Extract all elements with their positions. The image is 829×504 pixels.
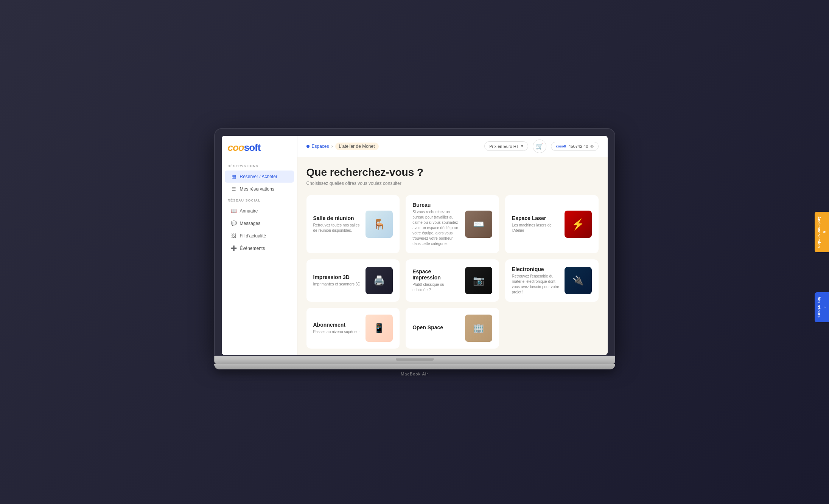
- laptop-notch: [396, 358, 434, 361]
- fil-actualite-icon: 🖼: [231, 233, 237, 239]
- card-electronique-content: Electronique Retrouvez l'ensemble du mat…: [512, 266, 565, 295]
- card-espace-impression[interactable]: Espace Impression Plutôt classique ou su…: [406, 259, 499, 302]
- balance-badge: cosoft 450742,40 ©: [551, 142, 598, 151]
- ancient-chevron-icon: ∧: [823, 231, 827, 233]
- card-electronique[interactable]: Electronique Retrouvez l'ensemble du mat…: [505, 259, 599, 302]
- card-impression-3d[interactable]: Impression 3D Imprimantes et scanners 3D: [306, 259, 400, 302]
- card-abonnement-image: [366, 315, 393, 342]
- price-label: Prix en Euro HT: [489, 144, 519, 149]
- card-salle-reunion-content: Salle de réunion Retrouvez toutes nos sa…: [313, 215, 366, 233]
- card-open-space[interactable]: Open Space: [406, 308, 499, 349]
- breadcrumb-atelier[interactable]: L'atelier de Monet: [335, 143, 379, 150]
- breadcrumb-separator: ›: [331, 144, 333, 149]
- sidebar-item-evenements-label: Événements: [240, 246, 265, 251]
- page-title: Que recherchez-vous ?: [306, 166, 599, 178]
- reserver-icon: ▦: [231, 174, 237, 180]
- card-bureau-title: Bureau: [412, 202, 460, 208]
- card-open-space-image: [465, 315, 492, 342]
- logo: coosoft: [228, 142, 291, 154]
- laptop-bottom: [214, 364, 615, 369]
- sidebar-item-annuaire-label: Annuaire: [240, 208, 258, 214]
- card-impression-3d-desc: Imprimantes et scanners 3D: [313, 282, 361, 287]
- header-right: Prix en Euro HT ▾ 🛒 cosoft 450742,40 ©: [484, 140, 598, 153]
- logo-co: co: [228, 142, 238, 153]
- card-espace-laser-image: [565, 211, 592, 238]
- sidebar-item-reserver-label: Réserver / Acheter: [240, 174, 277, 179]
- balance-brand: cosoft: [556, 144, 566, 148]
- card-bureau-image: [465, 211, 492, 238]
- sidebar-item-annuaire[interactable]: 📖 Annuaire: [225, 205, 294, 217]
- card-abonnement[interactable]: Abonnement Passez au niveau supérieur: [306, 308, 400, 349]
- sidebar-item-evenements[interactable]: ➕ Événements: [225, 242, 294, 254]
- sidebar-item-mes-reservations[interactable]: ☰ Mes réservations: [225, 183, 294, 195]
- card-espace-impression-desc: Plutôt classique ou sublimée ?: [412, 282, 460, 293]
- laptop-screen-inner: coosoft RÉSERVATIONS ▦ Réserver / Achete…: [222, 136, 608, 355]
- logo-circle: o: [238, 142, 244, 153]
- card-abonnement-desc: Passez au niveau supérieur: [313, 329, 361, 335]
- laptop-base: [214, 356, 615, 364]
- macbook-label: MacBook Air: [214, 372, 615, 376]
- card-electronique-title: Electronique: [512, 266, 560, 272]
- balance-icon: ©: [590, 144, 593, 149]
- breadcrumb-espaces[interactable]: Espaces: [312, 144, 329, 149]
- main-body: Que recherchez-vous ? Choisissez quelles…: [297, 157, 608, 355]
- card-salle-reunion[interactable]: Salle de réunion Retrouvez toutes nos sa…: [306, 195, 400, 253]
- cart-button[interactable]: 🛒: [533, 140, 546, 153]
- laptop-screen-outer: coosoft RÉSERVATIONS ▦ Réserver / Achete…: [214, 128, 615, 356]
- sidebar-item-reserver[interactable]: ▦ Réserver / Acheter: [225, 171, 294, 183]
- side-tab-ancient[interactable]: ∧ Ancienne version: [815, 212, 829, 252]
- card-salle-reunion-title: Salle de réunion: [313, 215, 361, 221]
- card-electronique-desc: Retrouvez l'ensemble du matériel électro…: [512, 274, 560, 295]
- breadcrumb: Espaces › L'atelier de Monet: [306, 143, 379, 150]
- card-espace-impression-title: Espace Impression: [412, 268, 460, 281]
- logo-soft: soft: [244, 142, 261, 153]
- logo-area: coosoft: [222, 142, 297, 161]
- card-abonnement-content: Abonnement Passez au niveau supérieur: [313, 322, 366, 335]
- app-container: coosoft RÉSERVATIONS ▦ Réserver / Achete…: [222, 136, 608, 355]
- sidebar-item-messages[interactable]: 💬 Messages: [225, 217, 294, 230]
- retours-label: Vos retours: [817, 297, 821, 318]
- card-bureau-desc: Si vous recherchez un bureau pour travai…: [412, 209, 460, 247]
- sidebar-item-fil-actualite[interactable]: 🖼 Fil d'actualité: [225, 230, 294, 242]
- evenements-icon: ➕: [231, 245, 237, 251]
- sidebar-item-mes-reservations-label: Mes réservations: [240, 186, 274, 192]
- card-espace-laser-title: Espace Laser: [512, 215, 560, 221]
- card-impression-3d-title: Impression 3D: [313, 274, 361, 280]
- card-salle-reunion-desc: Retrouvez toutes nos salles de réunion d…: [313, 223, 361, 233]
- cards-grid: Salle de réunion Retrouvez toutes nos sa…: [306, 195, 599, 349]
- card-impression-3d-image: [366, 267, 393, 294]
- messages-icon: 💬: [231, 220, 237, 226]
- mes-reservations-icon: ☰: [231, 186, 237, 192]
- cart-icon: 🛒: [536, 143, 543, 150]
- sidebar-item-fil-actualite-label: Fil d'actualité: [240, 233, 266, 239]
- main-content: Espaces › L'atelier de Monet Prix en Eur…: [297, 136, 608, 355]
- ancient-label: Ancienne version: [817, 216, 821, 248]
- card-abonnement-title: Abonnement: [313, 322, 361, 328]
- header: Espaces › L'atelier de Monet Prix en Eur…: [297, 136, 608, 157]
- card-bureau-content: Bureau Si vous recherchez un bureau pour…: [412, 202, 465, 247]
- balance-value: 450742,40: [568, 144, 588, 149]
- card-salle-reunion-image: [366, 211, 393, 238]
- price-chevron-icon: ▾: [521, 144, 523, 149]
- card-espace-impression-image: [465, 267, 492, 294]
- retours-chevron-icon: ‹: [823, 307, 827, 308]
- card-impression-3d-content: Impression 3D Imprimantes et scanners 3D: [313, 274, 366, 287]
- card-open-space-title: Open Space: [412, 324, 460, 330]
- card-bureau[interactable]: Bureau Si vous recherchez un bureau pour…: [406, 195, 499, 253]
- card-espace-impression-content: Espace Impression Plutôt classique ou su…: [412, 268, 465, 293]
- card-espace-laser[interactable]: Espace Laser Les machines lasers de l'At…: [505, 195, 599, 253]
- annuaire-icon: 📖: [231, 208, 237, 214]
- card-electronique-image: [565, 267, 592, 294]
- page-subtitle: Choisissez quelles offres vous voulez co…: [306, 181, 599, 186]
- reservations-section-label: RÉSERVATIONS: [222, 161, 297, 170]
- card-espace-laser-desc: Les machines lasers de l'Atelier: [512, 223, 560, 233]
- sidebar: coosoft RÉSERVATIONS ▦ Réserver / Achete…: [222, 136, 297, 355]
- side-tab-retours[interactable]: ‹ Vos retours: [815, 292, 829, 322]
- card-open-space-content: Open Space: [412, 324, 465, 332]
- price-selector[interactable]: Prix en Euro HT ▾: [484, 141, 528, 151]
- card-espace-laser-content: Espace Laser Les machines lasers de l'At…: [512, 215, 565, 233]
- breadcrumb-dot: [306, 145, 310, 148]
- sidebar-item-messages-label: Messages: [240, 221, 261, 226]
- social-section-label: RÉSEAU SOCIAL: [222, 195, 297, 205]
- laptop-wrapper: coosoft RÉSERVATIONS ▦ Réserver / Achete…: [207, 128, 623, 376]
